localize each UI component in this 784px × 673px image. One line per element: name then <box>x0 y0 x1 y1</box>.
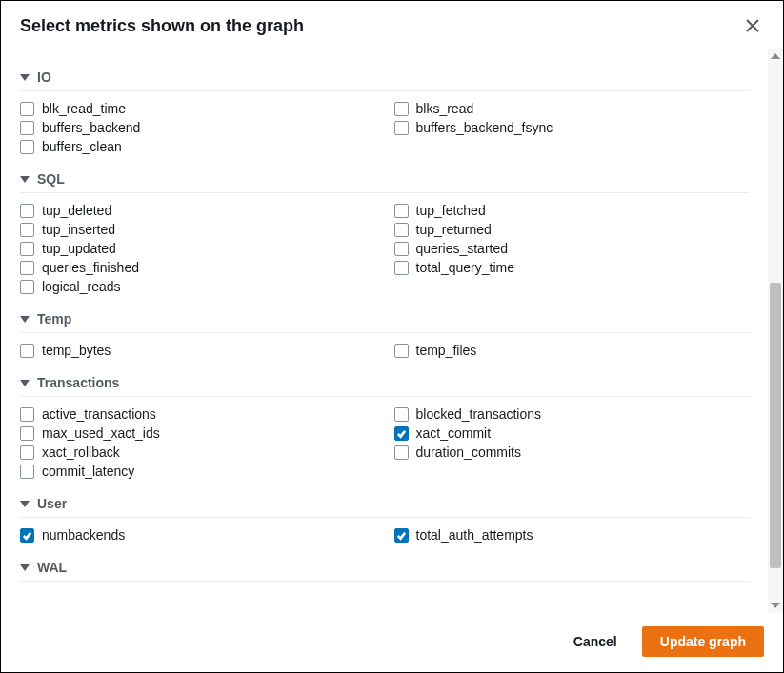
cancel-button[interactable]: Cancel <box>564 626 627 657</box>
checkbox[interactable] <box>20 407 34 422</box>
chevron-down-icon <box>20 501 30 507</box>
checkbox[interactable] <box>20 140 34 154</box>
metric-item-commit_latency[interactable]: commit_latency <box>20 462 375 481</box>
modal-scroll-area[interactable]: IOblk_read_timeblks_readbuffers_backendb… <box>1 49 768 613</box>
checkbox[interactable] <box>20 344 34 358</box>
metric-item-tup_deleted[interactable]: tup_deleted <box>20 201 375 220</box>
checkbox[interactable] <box>394 445 409 460</box>
checkbox[interactable] <box>394 242 409 256</box>
modal-body-outer: IOblk_read_timeblks_readbuffers_backendb… <box>1 49 783 613</box>
metric-label: max_used_xact_ids <box>42 426 160 441</box>
update-graph-button[interactable]: Update graph <box>642 626 764 657</box>
metric-item-tup_fetched[interactable]: tup_fetched <box>394 201 750 220</box>
metric-label: temp_files <box>416 343 477 358</box>
metric-item-blk_read_time[interactable]: blk_read_time <box>20 99 375 118</box>
section-label: IO <box>37 69 51 85</box>
metric-item-tup_inserted[interactable]: tup_inserted <box>20 220 375 239</box>
section-header-temp[interactable]: Temp <box>20 306 749 333</box>
chevron-down-icon <box>20 74 30 81</box>
scrollbar-track[interactable] <box>768 49 783 613</box>
checkbox[interactable] <box>20 426 34 441</box>
metric-item-tup_returned[interactable]: tup_returned <box>394 220 750 239</box>
metric-item-numbackends[interactable]: numbackends <box>20 525 375 544</box>
metric-label: total_auth_attempts <box>416 527 533 543</box>
metric-item-queries_finished[interactable]: queries_finished <box>20 258 375 277</box>
metric-label: tup_inserted <box>42 222 115 237</box>
metric-item-duration_commits[interactable]: duration_commits <box>394 443 750 462</box>
metrics-modal: Select metrics shown on the graph IOblk_… <box>0 0 784 673</box>
metric-item-total_auth_attempts[interactable]: total_auth_attempts <box>394 525 750 544</box>
checkbox[interactable] <box>394 344 409 358</box>
checkbox[interactable] <box>394 426 409 441</box>
metric-label: queries_finished <box>42 260 139 275</box>
close-button[interactable] <box>741 14 764 37</box>
modal-header: Select metrics shown on the graph <box>1 1 783 49</box>
section-header-transactions[interactable]: Transactions <box>20 369 749 397</box>
scrollbar-down-button[interactable] <box>768 598 783 613</box>
checkbox[interactable] <box>20 465 34 479</box>
section-label: WAL <box>37 560 67 575</box>
checkbox[interactable] <box>394 528 409 543</box>
metric-item-xact_rollback[interactable]: xact_rollback <box>20 443 375 462</box>
metric-item-blocked_transactions[interactable]: blocked_transactions <box>394 405 750 424</box>
metric-label: tup_returned <box>416 222 492 237</box>
metric-item-temp_files[interactable]: temp_files <box>394 341 750 360</box>
checkbox[interactable] <box>394 121 409 135</box>
metric-label: queries_started <box>416 241 509 256</box>
metric-item-max_used_xact_ids[interactable]: max_used_xact_ids <box>20 424 375 443</box>
metric-item-logical_reads[interactable]: logical_reads <box>20 277 375 296</box>
metric-grid-temp: temp_bytestemp_files <box>20 341 749 360</box>
metric-item-queries_started[interactable]: queries_started <box>394 239 750 258</box>
checkbox[interactable] <box>20 204 34 218</box>
checkbox[interactable] <box>394 407 409 422</box>
metric-grid-user: numbackendstotal_auth_attempts <box>20 525 749 544</box>
metric-item-total_query_time[interactable]: total_query_time <box>394 258 750 277</box>
metric-item-xact_commit[interactable]: xact_commit <box>394 424 750 443</box>
metric-label: buffers_clean <box>42 139 122 154</box>
metric-item-temp_bytes[interactable]: temp_bytes <box>20 341 375 360</box>
metric-item-buffers_clean[interactable]: buffers_clean <box>20 137 375 156</box>
metric-label: commit_latency <box>42 464 134 479</box>
checkbox[interactable] <box>20 280 34 294</box>
checkbox[interactable] <box>20 528 34 543</box>
metric-item-blks_read[interactable]: blks_read <box>394 99 750 118</box>
metric-label: buffers_backend_fsync <box>416 120 553 135</box>
section-header-wal[interactable]: WAL <box>20 554 749 582</box>
section-header-io[interactable]: IO <box>20 64 749 91</box>
section-label: Temp <box>37 311 71 327</box>
metric-label: xact_commit <box>416 426 492 441</box>
checkbox[interactable] <box>394 204 409 218</box>
chevron-down-icon <box>20 316 30 323</box>
metric-item-buffers_backend[interactable]: buffers_backend <box>20 118 375 137</box>
metric-label: active_transactions <box>42 406 156 422</box>
chevron-down-icon <box>20 380 30 386</box>
checkbox[interactable] <box>394 223 409 237</box>
check-icon <box>396 530 407 541</box>
metric-label: blocked_transactions <box>416 406 542 422</box>
checkbox[interactable] <box>20 261 34 275</box>
section-header-user[interactable]: User <box>20 490 749 518</box>
checkbox[interactable] <box>20 223 34 237</box>
metric-label: temp_bytes <box>42 343 111 358</box>
checkbox[interactable] <box>20 121 34 135</box>
metric-item-tup_updated[interactable]: tup_updated <box>20 239 375 258</box>
metric-label: logical_reads <box>42 279 121 294</box>
checkbox[interactable] <box>394 102 409 116</box>
metric-grid-sql: tup_deletedtup_fetchedtup_insertedtup_re… <box>20 201 749 296</box>
metric-item-buffers_backend_fsync[interactable]: buffers_backend_fsync <box>394 118 750 137</box>
scrollbar-thumb[interactable] <box>770 283 781 568</box>
metric-label: blk_read_time <box>42 101 126 116</box>
checkbox[interactable] <box>20 445 34 460</box>
checkbox[interactable] <box>394 261 409 275</box>
chevron-down-icon <box>20 564 30 571</box>
checkbox[interactable] <box>20 242 34 256</box>
metric-label: total_query_time <box>416 260 515 275</box>
section-header-sql[interactable]: SQL <box>20 166 749 193</box>
modal-title: Select metrics shown on the graph <box>20 16 741 36</box>
checkbox[interactable] <box>20 102 34 116</box>
chevron-down-icon <box>20 176 30 183</box>
metric-label: tup_fetched <box>416 203 486 218</box>
scrollbar-up-button[interactable] <box>768 49 783 64</box>
metric-label: numbackends <box>42 527 125 543</box>
metric-item-active_transactions[interactable]: active_transactions <box>20 405 375 424</box>
